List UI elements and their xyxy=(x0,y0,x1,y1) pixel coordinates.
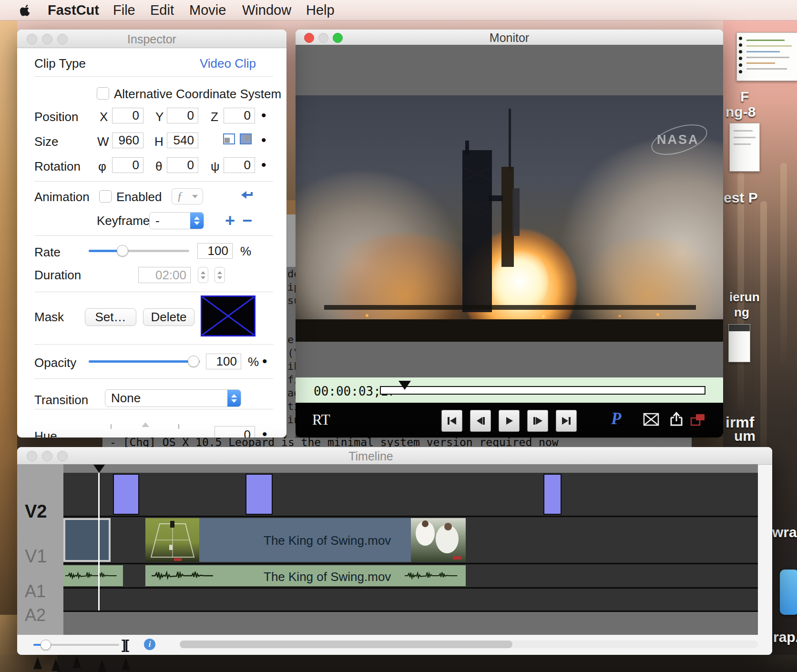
position-z-field[interactable]: 0 xyxy=(224,108,255,123)
play-button[interactable] xyxy=(499,410,520,432)
timeline-clip-video[interactable]: The King of Swing.mov xyxy=(145,518,466,562)
desktop-icon-document[interactable] xyxy=(729,123,760,172)
hue-field[interactable]: 0 xyxy=(215,426,255,438)
timeline-playhead-handle[interactable] xyxy=(93,465,105,473)
size-w-field[interactable]: 960 xyxy=(112,132,143,148)
edit-point-button[interactable]: ][ xyxy=(122,638,128,652)
track-label-a2[interactable]: A2 xyxy=(25,605,46,625)
desktop-label[interactable]: ierun xyxy=(729,290,760,305)
opacity-field[interactable]: 100 xyxy=(206,354,241,369)
track-label-a1[interactable]: A1 xyxy=(25,581,46,601)
timeline-playhead-line[interactable] xyxy=(98,473,100,611)
rate-slider-thumb[interactable] xyxy=(117,245,128,256)
animation-function-dropdown[interactable]: ƒ xyxy=(172,188,203,204)
timeline-ruler[interactable] xyxy=(63,464,758,473)
position-x-field[interactable]: 0 xyxy=(112,108,143,123)
animation-enabled-checkbox[interactable] xyxy=(99,190,112,203)
desktop-icon-notebook[interactable] xyxy=(736,32,797,81)
step-backward-icon xyxy=(475,415,486,427)
desktop-label[interactable]: um xyxy=(734,428,756,444)
track-label-v1[interactable]: V1 xyxy=(25,546,47,567)
mask-preview[interactable] xyxy=(201,295,255,336)
rotation-psi-field[interactable]: 0 xyxy=(224,157,255,173)
menu-item-help[interactable]: Help xyxy=(306,0,335,20)
apple-icon xyxy=(20,3,31,17)
timeline-clip[interactable] xyxy=(113,474,139,515)
add-keyframe-button[interactable]: + xyxy=(225,212,235,229)
timeline-scrollbar-track[interactable] xyxy=(180,641,758,648)
timeline-clip-audio[interactable] xyxy=(63,565,123,586)
video-viewport[interactable]: NASA xyxy=(296,45,723,377)
track-v2[interactable] xyxy=(63,473,758,516)
desktop-icon-document[interactable] xyxy=(728,324,750,362)
clip-type-value[interactable]: Video Clip xyxy=(200,56,256,71)
duration-stepper[interactable] xyxy=(198,267,208,283)
menu-item-movie[interactable]: Movie xyxy=(189,0,226,20)
crossed-box-icon xyxy=(643,411,660,428)
menu-item-file[interactable]: File xyxy=(113,0,135,20)
transition-dropdown[interactable]: None xyxy=(105,389,241,407)
mask-cross-icon xyxy=(202,297,254,335)
rate-unit: % xyxy=(240,244,251,259)
desktop-icon-folder[interactable] xyxy=(780,570,797,615)
track-v1[interactable]: The King of Swing.mov xyxy=(63,517,758,563)
pip-button[interactable] xyxy=(690,412,706,429)
menu-item-app[interactable]: FastCut xyxy=(48,0,99,20)
timeline-scrollbar-thumb[interactable] xyxy=(180,641,512,648)
clip-type-label: Clip Type xyxy=(34,56,86,71)
menu-item-window[interactable]: Window xyxy=(242,0,291,20)
scrub-playhead[interactable] xyxy=(398,381,411,390)
monitor-titlebar[interactable]: Monitor xyxy=(296,30,723,45)
menu-item-edit[interactable]: Edit xyxy=(150,0,174,20)
go-to-start-button[interactable] xyxy=(441,410,462,432)
export-button[interactable] xyxy=(668,411,685,430)
pause-indicator[interactable]: P xyxy=(611,409,621,428)
mask-delete-button[interactable]: Delete xyxy=(143,308,194,326)
timeline-titlebar[interactable]: Timeline xyxy=(17,447,772,465)
desktop-label[interactable]: F xyxy=(740,89,749,105)
keyframe-dot: • xyxy=(261,107,266,123)
track-a1[interactable]: The King of Swing.mov xyxy=(63,564,758,587)
rotation-phi-field[interactable]: 0 xyxy=(112,157,143,173)
reset-animation-button[interactable] xyxy=(240,190,253,204)
scale-fill-icon[interactable] xyxy=(240,133,252,144)
rt-indicator: RT xyxy=(312,411,330,428)
background-editor-strip: - [Chg] OS X 10.5 Leopard is the minimal… xyxy=(102,438,692,448)
timeline-clip-audio[interactable]: The King of Swing.mov xyxy=(145,565,466,586)
desktop-label[interactable]: rapA xyxy=(773,629,797,645)
track-label-v2[interactable]: V2 xyxy=(25,501,47,522)
timeline-clip[interactable] xyxy=(245,474,273,515)
step-backward-button[interactable] xyxy=(470,410,491,432)
duration-field[interactable]: 02:00 xyxy=(138,267,191,283)
tree-silhouette xyxy=(33,657,42,669)
inspector-titlebar[interactable]: Inspector xyxy=(17,30,286,48)
desktop-label[interactable]: est P xyxy=(724,190,758,206)
go-to-end-button[interactable] xyxy=(556,410,577,432)
mask-set-button[interactable]: Set… xyxy=(85,308,136,326)
mask-overlay-button[interactable] xyxy=(643,411,660,430)
nasa-watermark: NASA xyxy=(648,123,710,156)
step-forward-button[interactable] xyxy=(527,410,548,432)
alt-coord-checkbox[interactable] xyxy=(97,87,109,100)
position-y-field[interactable]: 0 xyxy=(167,108,198,123)
scale-fit-icon[interactable] xyxy=(223,133,235,144)
timeline-clip-selected[interactable] xyxy=(63,518,111,562)
keyframe-dropdown[interactable]: - xyxy=(149,212,204,229)
desktop-label[interactable]: ng xyxy=(734,305,749,320)
apple-menu[interactable] xyxy=(20,0,31,20)
remove-keyframe-button[interactable]: − xyxy=(242,212,252,229)
info-button[interactable]: i xyxy=(144,639,155,650)
rotation-theta-field[interactable]: 0 xyxy=(167,157,198,173)
scrub-bar[interactable] xyxy=(380,386,705,395)
timeline-clip[interactable] xyxy=(543,474,562,515)
wallpaper-bottom-rock xyxy=(0,655,797,672)
desktop-label[interactable]: wrap xyxy=(772,524,797,540)
duration-frame-stepper[interactable] xyxy=(215,267,225,283)
track-a2[interactable] xyxy=(63,589,758,611)
opacity-slider-thumb[interactable] xyxy=(188,356,199,367)
desktop-label[interactable]: ng-8 xyxy=(725,104,756,120)
timeline-zoom-thumb[interactable] xyxy=(41,640,51,650)
opacity-unit: % xyxy=(248,355,259,369)
rate-field[interactable]: 100 xyxy=(197,243,233,259)
size-h-field[interactable]: 540 xyxy=(167,132,198,148)
